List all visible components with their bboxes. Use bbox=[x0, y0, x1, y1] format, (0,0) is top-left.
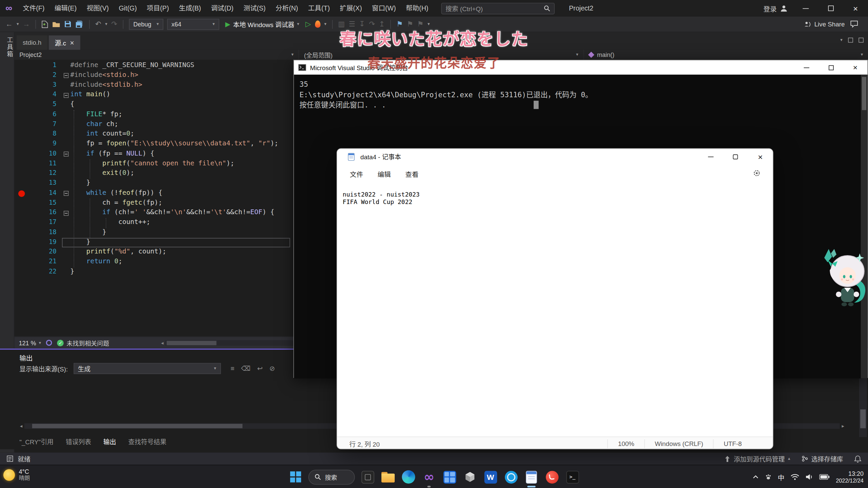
fold-collapse-icon[interactable] bbox=[64, 93, 69, 98]
taskbar-visual-studio-button[interactable]: ∞ bbox=[421, 469, 437, 485]
clear-output-icon[interactable]: ⌫ bbox=[241, 365, 251, 372]
breakpoint-margin-row[interactable] bbox=[14, 218, 31, 228]
menu-item-5[interactable]: 生成(B) bbox=[174, 0, 206, 17]
output-source-dropdown[interactable]: 生成 ▾ bbox=[73, 363, 220, 374]
taskbar-red-music-button[interactable] bbox=[544, 469, 560, 485]
taskbar-search-button[interactable]: 搜索 bbox=[308, 469, 355, 484]
breakpoint-margin-row[interactable] bbox=[14, 71, 31, 81]
scroll-left-icon[interactable]: ◂ bbox=[18, 423, 24, 428]
breakpoint-margin-row[interactable] bbox=[14, 100, 31, 110]
notepad-title-bar[interactable]: data4 - 记事本 × bbox=[337, 149, 773, 164]
sign-in-button[interactable]: 登录 bbox=[758, 0, 793, 17]
notepad-settings-button[interactable] bbox=[753, 169, 767, 179]
notepad-minimize-button[interactable] bbox=[698, 149, 723, 164]
notepad-text-area[interactable]: nuist2022 - nuist2023FIFA World Cup 2022 bbox=[337, 183, 773, 436]
breakpoint-margin-row[interactable] bbox=[14, 267, 31, 277]
fold-collapse-icon[interactable] bbox=[64, 152, 69, 157]
menu-item-9[interactable]: 工具(T) bbox=[303, 0, 335, 17]
editor-indicator-icon[interactable] bbox=[46, 340, 52, 346]
taskbar-word-button[interactable]: W bbox=[483, 469, 498, 485]
menu-item-1[interactable]: 编辑(E) bbox=[50, 0, 82, 17]
breakpoint-margin-row[interactable] bbox=[14, 257, 31, 267]
notepad-maximize-button[interactable] bbox=[723, 149, 748, 164]
breakpoint-margin-row[interactable] bbox=[14, 188, 31, 198]
taskbar-blue-globe-button[interactable] bbox=[503, 469, 519, 485]
scrollbar-thumb[interactable] bbox=[860, 409, 866, 428]
start-button[interactable] bbox=[288, 469, 303, 485]
ime-indicator[interactable]: 中 bbox=[778, 472, 785, 482]
add-to-source-control-button[interactable]: 添加到源代码管理 ▴ bbox=[725, 454, 790, 463]
encoding[interactable]: UTF-8 bbox=[713, 439, 752, 448]
breakpoint-margin-row[interactable] bbox=[14, 159, 31, 169]
menu-item-0[interactable]: 文件(F) bbox=[18, 0, 50, 17]
menu-item-8[interactable]: 分析(N) bbox=[271, 0, 303, 17]
console-scrollbar[interactable] bbox=[861, 75, 868, 378]
taskbar-edge-button[interactable] bbox=[401, 469, 416, 485]
menu-item-3[interactable]: Git(G) bbox=[114, 0, 142, 17]
fold-collapse-icon[interactable] bbox=[64, 73, 69, 78]
breakpoint-margin-row[interactable] bbox=[14, 228, 31, 238]
breakpoint-margin-row[interactable] bbox=[14, 247, 31, 257]
quick-search-input[interactable]: 搜索 (Ctrl+Q) bbox=[441, 2, 555, 14]
breakpoint-margin-row[interactable] bbox=[14, 238, 31, 247]
breakpoint-icon[interactable] bbox=[18, 190, 25, 197]
wrap-output-icon[interactable]: ↩ bbox=[257, 365, 262, 372]
breakpoint-margin-row[interactable] bbox=[14, 169, 31, 179]
menu-item-4[interactable]: 项目(P) bbox=[142, 0, 174, 17]
select-repository-button[interactable]: 选择存储库 bbox=[801, 454, 843, 463]
menu-item-12[interactable]: 帮助(H) bbox=[401, 0, 433, 17]
notification-bell-icon[interactable] bbox=[854, 455, 861, 462]
window-maximize-button[interactable] bbox=[818, 0, 843, 17]
taskbar-terminal-button[interactable]: >_ bbox=[565, 469, 580, 485]
breakpoint-margin-row[interactable] bbox=[14, 110, 31, 120]
goto-message-icon[interactable]: ≡ bbox=[231, 365, 234, 372]
panel-tab[interactable]: 查找符号结果 bbox=[128, 437, 166, 446]
taskbar-notepad-button[interactable] bbox=[524, 469, 539, 485]
menu-item-2[interactable]: 视图(V) bbox=[82, 0, 114, 17]
notepad-menu-0[interactable]: 文件 bbox=[343, 166, 371, 181]
breakpoint-margin-row[interactable] bbox=[14, 81, 31, 90]
taskbar-dark-app-button[interactable] bbox=[360, 469, 375, 485]
panel-tab[interactable]: 错误列表 bbox=[66, 437, 91, 446]
menu-item-7[interactable]: 测试(S) bbox=[238, 0, 271, 17]
window-minimize-button[interactable] bbox=[793, 0, 818, 17]
menu-item-6[interactable]: 调试(D) bbox=[206, 0, 239, 17]
menu-item-11[interactable]: 窗口(W) bbox=[367, 0, 401, 17]
breakpoint-margin-row[interactable] bbox=[14, 149, 31, 159]
scroll-left-icon[interactable]: ◂ bbox=[159, 340, 165, 346]
output-vertical-scrollbar[interactable] bbox=[859, 378, 867, 437]
fold-collapse-icon[interactable] bbox=[64, 191, 69, 196]
breakpoint-margin-row[interactable] bbox=[14, 90, 31, 100]
tray-chevron-up-icon[interactable] bbox=[752, 475, 759, 479]
scroll-right-icon[interactable]: ▸ bbox=[840, 423, 846, 428]
fold-collapse-icon[interactable] bbox=[64, 210, 69, 216]
pin-output-icon[interactable]: ⊘ bbox=[269, 365, 275, 372]
code-health-indicator[interactable]: ✓ 未找到相关问题 bbox=[57, 338, 109, 347]
menu-item-10[interactable]: 扩展(X) bbox=[335, 0, 367, 17]
breakpoint-margin-row[interactable] bbox=[14, 208, 31, 218]
battery-icon[interactable] bbox=[819, 474, 830, 480]
notepad-menu-2[interactable]: 查看 bbox=[398, 166, 426, 181]
line-ending[interactable]: Windows (CRLF) bbox=[644, 439, 713, 448]
breakpoint-margin-row[interactable] bbox=[14, 120, 31, 129]
tray-app-icon[interactable] bbox=[765, 474, 772, 481]
notepad-close-button[interactable]: × bbox=[748, 149, 773, 164]
breakpoint-gutter[interactable] bbox=[14, 61, 31, 277]
taskbar-gray-cube-button[interactable] bbox=[462, 469, 478, 485]
scrollbar-thumb[interactable] bbox=[32, 424, 242, 428]
volume-icon[interactable] bbox=[805, 474, 813, 481]
breakpoint-margin-row[interactable] bbox=[14, 129, 31, 139]
panel-tab[interactable]: 输出 bbox=[103, 437, 116, 446]
weather-widget[interactable]: 4°C 晴朗 bbox=[3, 468, 30, 481]
notepad-menu-1[interactable]: 编辑 bbox=[370, 166, 398, 181]
notepad-zoom[interactable]: 100% bbox=[608, 439, 644, 448]
window-close-button[interactable]: × bbox=[843, 0, 868, 17]
taskbar-blue-tiles-button[interactable] bbox=[442, 469, 457, 485]
breakpoint-margin-row[interactable] bbox=[14, 179, 31, 188]
scrollbar-thumb[interactable] bbox=[166, 341, 216, 345]
panel-tab[interactable]: "_CRY"引用 bbox=[19, 437, 54, 446]
scrollbar-thumb[interactable] bbox=[862, 77, 866, 110]
zoom-dropdown[interactable]: 121 % ▾ bbox=[19, 340, 41, 346]
clock[interactable]: 13:20 2022/12/24 bbox=[836, 470, 864, 484]
wifi-icon[interactable] bbox=[790, 474, 799, 481]
